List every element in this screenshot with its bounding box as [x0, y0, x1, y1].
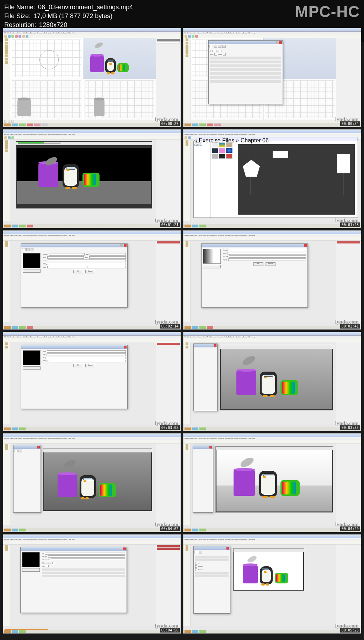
thumb-9[interactable]: File Edit View Curve Surface Solid Mesh … — [3, 433, 181, 533]
rollout-header[interactable] — [210, 76, 281, 79]
properties-panel[interactable] — [156, 38, 181, 120]
file-thumb[interactable] — [212, 154, 218, 159]
checkbox[interactable] — [219, 50, 221, 52]
minimize-icon[interactable] — [275, 41, 278, 44]
thumb-6[interactable]: File Edit View Curve Surface Solid Mesh … — [183, 230, 361, 330]
file-thumbnails[interactable] — [211, 141, 235, 218]
tab[interactable] — [209, 45, 213, 48]
file-input[interactable] — [45, 552, 125, 555]
close-icon[interactable] — [124, 244, 127, 247]
render-window[interactable] — [233, 548, 304, 591]
ok-button[interactable]: OK — [253, 262, 263, 266]
tool-icon[interactable] — [18, 35, 21, 38]
file-browser-dialog[interactable]: « Exercise Files » Chapter 06 ▸ Desktop▸… — [193, 141, 358, 218]
softbox-pentagon — [243, 160, 260, 177]
rollout-header[interactable] — [210, 57, 281, 59]
dialog-titlebar[interactable] — [209, 41, 283, 44]
render-window[interactable] — [16, 141, 152, 209]
render-window[interactable] — [215, 446, 333, 513]
thumb-2[interactable]: File Edit View Curve Surface Solid Mesh … — [183, 28, 361, 127]
view-perspective[interactable] — [83, 38, 156, 79]
tool-palette[interactable] — [3, 38, 10, 120]
ok-button[interactable]: OK — [73, 364, 83, 367]
tool-icon[interactable] — [8, 35, 11, 38]
dropdown[interactable] — [229, 255, 306, 258]
vray-options[interactable] — [193, 445, 213, 513]
palette-icon[interactable] — [5, 48, 8, 51]
menubar[interactable]: File Edit View Curve Surface Solid Mesh … — [3, 32, 181, 35]
viewport-area[interactable] — [10, 38, 156, 120]
vray-options[interactable] — [13, 445, 41, 513]
render-window[interactable] — [43, 448, 152, 511]
tool-icon[interactable] — [4, 35, 7, 38]
folder-tree[interactable]: ▸ Desktop▸ Chapter 06▸ Exercise Files — [194, 141, 211, 218]
palette-icon[interactable] — [5, 42, 8, 44]
cancel-button[interactable]: Cancel — [85, 270, 95, 273]
palette-icon[interactable] — [5, 38, 8, 41]
tool-icon[interactable] — [11, 35, 14, 38]
file-thumb[interactable] — [219, 154, 225, 159]
rollout-header[interactable] — [210, 68, 281, 71]
checkbox[interactable] — [212, 50, 215, 52]
vray-options[interactable] — [193, 343, 218, 411]
rollout-header[interactable] — [210, 61, 281, 63]
cancel-button[interactable]: Cancel — [85, 364, 95, 367]
file-thumb[interactable] — [219, 148, 225, 153]
tab[interactable] — [218, 45, 221, 48]
bottom-tabs[interactable] — [3, 123, 181, 127]
close-icon[interactable] — [304, 244, 307, 247]
vray-options[interactable]: GI Reflection Refraction — [193, 546, 230, 614]
environment-dialog[interactable]: File Filter Type Color Correction Alpha … — [20, 547, 127, 613]
tab[interactable] — [222, 45, 226, 48]
palette-icon[interactable] — [5, 45, 8, 48]
file-thumb[interactable] — [212, 148, 218, 153]
render-window[interactable] — [220, 345, 333, 410]
timestamp: 00:01:48 — [340, 222, 360, 227]
breadcrumb[interactable]: « Exercise Files » Chapter 06 — [194, 137, 358, 141]
thumb-1[interactable]: File Edit View Curve Surface Solid Mesh … — [3, 28, 181, 127]
dropdown[interactable] — [228, 258, 306, 261]
view-front[interactable] — [10, 79, 83, 120]
thumb-3[interactable]: File Edit View Curve Surface Solid Mesh … — [3, 129, 181, 229]
preview-button[interactable] — [23, 269, 41, 273]
thumb-10[interactable]: File Edit View Curve Surface Solid Mesh … — [183, 433, 361, 533]
tool-icon[interactable] — [22, 35, 25, 38]
thumb-12[interactable]: File Edit View Curve Surface Solid Mesh … — [183, 534, 361, 634]
spinner[interactable] — [49, 253, 85, 256]
palette-icon[interactable] — [5, 54, 8, 57]
render-toolbar[interactable] — [16, 142, 152, 145]
thumb-5[interactable]: File Edit View Curve Surface Solid Mesh … — [3, 230, 181, 330]
thumb-4[interactable]: File Edit View Curve Surface Solid Mesh … — [183, 129, 361, 229]
close-icon[interactable] — [123, 547, 126, 550]
environment-dialog[interactable]: HorizontalWidth VerticalHeight Rotation … — [21, 243, 128, 308]
environment-dialog[interactable]: Length Width Tile UVW Type OKCancel — [21, 345, 128, 409]
dialog-tabs[interactable] — [209, 44, 283, 48]
environment-dialog[interactable]: Horizontal Vertical UVW Type Mapping OKC… — [201, 243, 308, 308]
close-icon[interactable] — [279, 41, 282, 44]
close-icon[interactable] — [124, 346, 127, 348]
toolbar[interactable] — [3, 35, 181, 38]
timestamp: 00:03:35 — [340, 425, 360, 430]
palette-icon[interactable] — [5, 61, 8, 64]
thumb-7[interactable]: File Edit View Curve Surface Solid Mesh … — [3, 332, 181, 431]
tab[interactable] — [214, 45, 217, 48]
rollout-header[interactable] — [210, 72, 281, 75]
cancel-button[interactable]: Cancel — [266, 262, 275, 266]
palette-icon[interactable] — [5, 51, 8, 54]
thumb-11[interactable]: File Edit View Curve Surface Solid Mesh … — [3, 534, 181, 634]
file-thumb-selected[interactable] — [226, 148, 232, 153]
tool-icon[interactable] — [26, 35, 28, 38]
dropdown[interactable] — [48, 555, 125, 558]
vray-options-dialog[interactable]: GIOn ReflectRefract — [208, 40, 283, 104]
palette-icon[interactable] — [5, 58, 8, 61]
dropdown[interactable] — [49, 360, 126, 362]
view-right[interactable] — [83, 79, 156, 120]
view-top[interactable] — [10, 38, 83, 79]
tool-icon[interactable] — [15, 35, 18, 38]
rollout-header[interactable] — [210, 64, 281, 67]
rollout-header[interactable] — [210, 80, 281, 83]
dropdown[interactable] — [49, 263, 126, 265]
file-thumb[interactable] — [226, 154, 232, 159]
ok-button[interactable]: OK — [73, 270, 83, 273]
thumb-8[interactable]: File Edit View Curve Surface Solid Mesh … — [183, 332, 361, 431]
